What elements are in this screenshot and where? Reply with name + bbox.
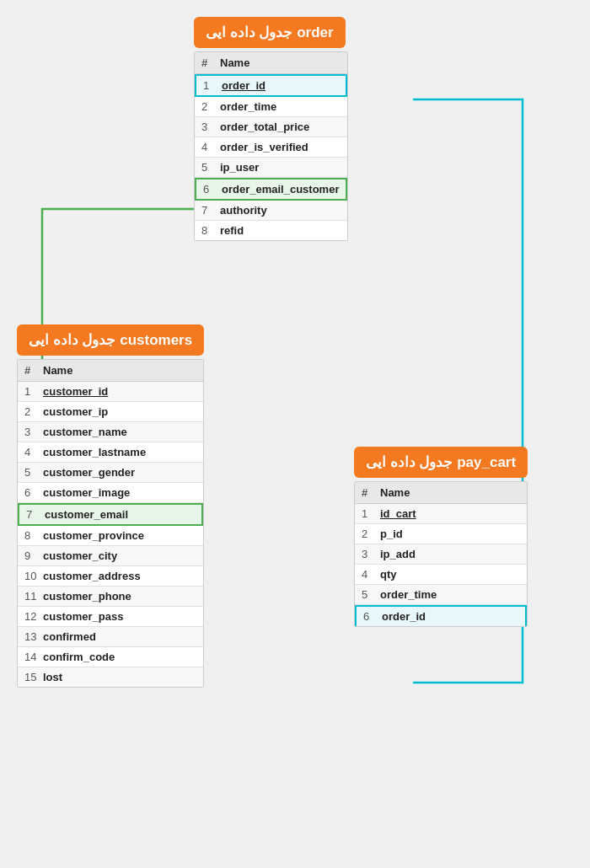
- table-row: 4 customer_lastname: [18, 442, 203, 463]
- name-col: Name: [220, 56, 249, 69]
- hash-col: #: [24, 364, 43, 377]
- table-row: 6 order_email_customer: [195, 178, 347, 201]
- customers-table-title: جدول داده ایی customers: [17, 324, 204, 356]
- table-row: 8 refid: [195, 221, 347, 240]
- pay-cart-table-header: # Name: [355, 482, 527, 504]
- table-row: 4 order_is_verified: [195, 137, 347, 158]
- table-row: 2 customer_ip: [18, 402, 203, 422]
- table-row: 12 customer_pass: [18, 607, 203, 627]
- table-row: 5 customer_gender: [18, 463, 203, 483]
- pay-cart-table-title: جدول داده ایی pay_cart: [354, 447, 528, 478]
- table-row: 7 authority: [195, 201, 347, 221]
- table-row: 13 confirmed: [18, 627, 203, 647]
- order-table-title: جدول داده ایی order: [194, 17, 346, 48]
- pay-cart-table: # Name 1 id_cart 2 p_id 3 ip_add 4 qty 5…: [354, 481, 528, 627]
- table-row: 3 ip_add: [355, 544, 527, 565]
- hash-col: #: [362, 486, 380, 499]
- table-row: 8 customer_province: [18, 526, 203, 546]
- order-table-header: # Name: [195, 52, 347, 74]
- table-row: 15 lost: [18, 667, 203, 687]
- table-row: 1 order_id: [195, 74, 347, 97]
- table-row: 14 confirm_code: [18, 647, 203, 667]
- table-row: 4 qty: [355, 565, 527, 585]
- customers-table-container: جدول داده ایی customers # Name 1 custome…: [17, 324, 204, 688]
- table-row: 7 customer_email: [18, 503, 203, 526]
- table-row: 2 order_time: [195, 97, 347, 117]
- table-row: 11 customer_phone: [18, 587, 203, 607]
- table-row: 3 customer_name: [18, 422, 203, 442]
- table-row: 1 customer_id: [18, 382, 203, 402]
- table-row: 3 order_total_price: [195, 117, 347, 137]
- name-col: Name: [43, 364, 72, 377]
- table-row: 5 ip_user: [195, 158, 347, 178]
- customers-table: # Name 1 customer_id 2 customer_ip 3 cus…: [17, 359, 204, 688]
- customers-table-header: # Name: [18, 360, 203, 382]
- name-col: Name: [380, 486, 410, 499]
- table-row: 2 p_id: [355, 524, 527, 544]
- order-table: # Name 1 order_id 2 order_time 3 order_t…: [194, 51, 348, 241]
- pay-cart-table-container: جدول داده ایی pay_cart # Name 1 id_cart …: [354, 447, 528, 627]
- order-table-container: جدول داده ایی order # Name 1 order_id 2 …: [194, 17, 348, 241]
- hash-col: #: [201, 56, 220, 69]
- table-row: 5 order_time: [355, 585, 527, 605]
- table-row: 6 customer_image: [18, 483, 203, 503]
- table-row: 6 order_id: [355, 605, 527, 626]
- table-row: 9 customer_city: [18, 546, 203, 566]
- table-row: 1 id_cart: [355, 504, 527, 524]
- table-row: 10 customer_address: [18, 566, 203, 587]
